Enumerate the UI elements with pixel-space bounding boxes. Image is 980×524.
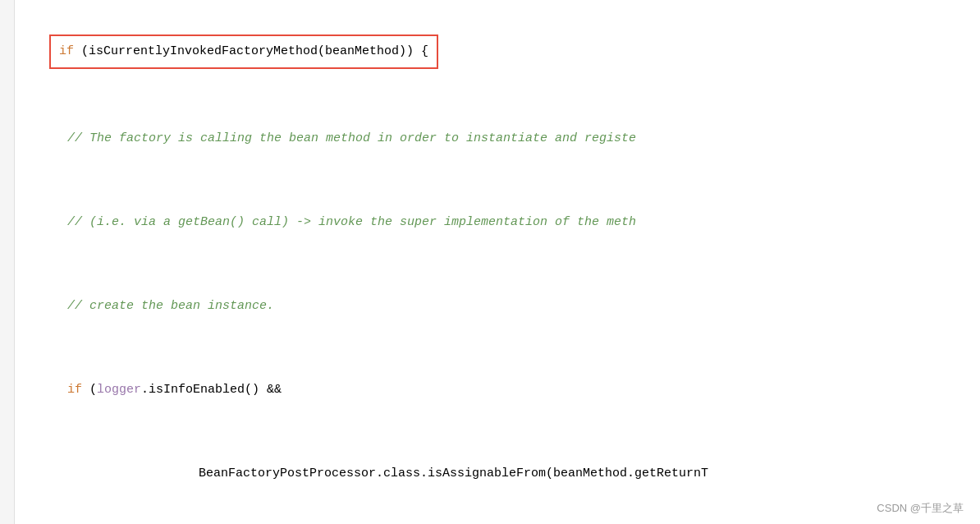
code-text: (isCurrentlyInvokedFactoryMethod(beanMet… xyxy=(74,44,428,58)
code-line-4: // create the bean instance. xyxy=(0,264,980,348)
code-text-6: BeanFactoryPostProcessor.class.isAssigna… xyxy=(199,467,708,480)
comment-line-3: // (i.e. via a getBean() call) -> invoke… xyxy=(67,215,636,229)
code-line-7: logger.info(String.format("@Bean method … xyxy=(0,516,980,524)
code-container: if (isCurrentlyInvokedFactoryMethod(bean… xyxy=(0,0,980,524)
keyword-if2: if xyxy=(67,383,82,397)
left-gutter xyxy=(0,0,15,524)
code-line-3: // (i.e. via a getBean() call) -> invoke… xyxy=(0,181,980,264)
code-text-5: ( xyxy=(82,383,97,397)
keyword-if: if xyxy=(59,44,74,58)
var-logger: logger xyxy=(97,383,141,397)
watermark: CSDN @千里之草 xyxy=(877,501,964,516)
code-line-6: BeanFactoryPostProcessor.class.isAssigna… xyxy=(0,432,980,516)
comment-line-2: // The factory is calling the bean metho… xyxy=(67,131,636,145)
code-line-1: if (isCurrentlyInvokedFactoryMethod(bean… xyxy=(0,7,980,97)
highlighted-block: if (isCurrentlyInvokedFactoryMethod(bean… xyxy=(49,34,438,69)
code-line-2: // The factory is calling the bean metho… xyxy=(0,97,980,181)
comment-line-4: // create the bean instance. xyxy=(67,299,274,313)
code-line-5: if (logger.isInfoEnabled() && xyxy=(0,348,980,432)
